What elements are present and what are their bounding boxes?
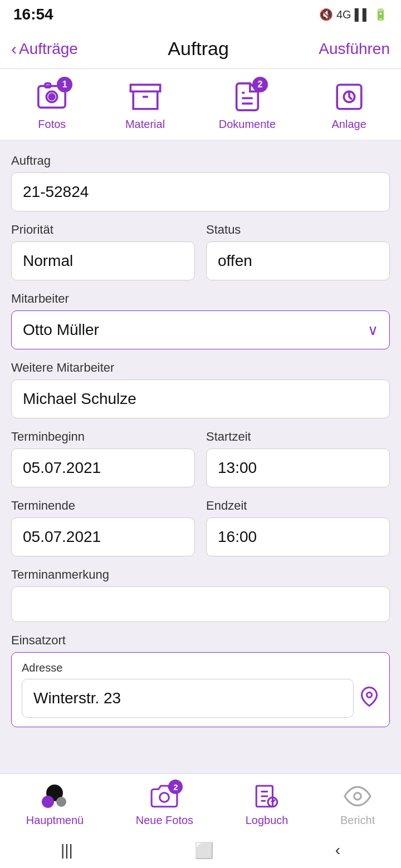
terminbeginn-input[interactable]: 05.07.2021 — [11, 448, 195, 487]
tab-dokumente[interactable]: 2 Dokumente — [219, 80, 276, 131]
neue-fotos-icon-wrap: 2 — [148, 782, 180, 811]
endzeit-value: 16:00 — [218, 528, 257, 545]
weitere-mitarbeiter-input[interactable]: Michael Schulze — [11, 379, 390, 418]
bottom-nav-hauptmenu[interactable]: Hauptmenü — [26, 782, 84, 827]
einsatzort-label: Einsatzort — [11, 633, 390, 648]
tab-material[interactable]: Material — [125, 80, 165, 131]
bericht-icon-wrap — [341, 782, 374, 811]
auftrag-label: Auftrag — [11, 154, 390, 168]
prioritaet-input[interactable]: Normal — [11, 241, 195, 280]
startzeit-field-group: Startzeit 13:00 — [206, 430, 390, 487]
weitere-mitarbeiter-value: Michael Schulze — [23, 390, 136, 407]
circle-left — [42, 796, 54, 808]
back-button[interactable]: ‹ Aufträge — [11, 40, 78, 58]
weitere-mitarbeiter-field-group: Weitere Mitarbeiter Michael Schulze — [11, 361, 390, 418]
terminbeginn-label: Terminbeginn — [11, 430, 195, 444]
startzeit-value: 13:00 — [218, 459, 257, 476]
dokumente-icon-wrap: 2 — [228, 80, 267, 114]
bottom-nav-logbuch[interactable]: Logbuch — [246, 782, 288, 827]
signal-icon: ▌▌ — [355, 8, 370, 21]
anlage-icon — [333, 81, 365, 113]
terminende-input[interactable]: 05.07.2021 — [11, 517, 195, 556]
neue-fotos-label: Neue Fotos — [136, 814, 193, 827]
svg-point-18 — [354, 793, 361, 800]
anlage-icon-wrap — [330, 80, 369, 114]
network-icon: 4G — [336, 8, 351, 21]
logbuch-icon-wrap — [251, 782, 283, 811]
sys-nav-menu-button[interactable]: ||| — [61, 841, 73, 859]
einsatzort-field-group: Einsatzort Adresse Winterstr. 23 — [11, 633, 390, 727]
sys-nav-back-button[interactable]: ‹ — [335, 841, 340, 859]
status-icons: 🔇 4G ▌▌ 🔋 — [319, 8, 388, 21]
tab-anlage[interactable]: Anlage — [330, 80, 369, 131]
startzeit-label: Startzeit — [206, 430, 390, 444]
svg-point-11 — [367, 692, 372, 697]
material-icon — [129, 81, 162, 113]
mitarbeiter-chevron-icon: ∨ — [368, 322, 378, 339]
weitere-mitarbeiter-label: Weitere Mitarbeiter — [11, 361, 390, 375]
terminende-label: Terminende — [11, 499, 195, 513]
adresse-input[interactable]: Winterstr. 23 — [22, 679, 354, 718]
status-input[interactable]: offen — [206, 241, 390, 280]
adresse-label: Adresse — [22, 662, 379, 674]
fotos-label: Fotos — [38, 118, 66, 131]
fotos-badge: 1 — [57, 77, 72, 92]
bottom-nav: Hauptmenü 2 Neue Fotos Logbuch — [0, 773, 401, 832]
mitarbeiter-field-group: Mitarbeiter Otto Müller ∨ — [11, 292, 390, 349]
material-label: Material — [125, 118, 165, 131]
terminbeginn-startzeit-row: Terminbeginn 05.07.2021 Startzeit 13:00 — [11, 430, 390, 487]
dokumente-badge: 2 — [252, 77, 268, 92]
mitarbeiter-label: Mitarbeiter — [11, 292, 390, 306]
back-label: Aufträge — [19, 40, 78, 58]
action-button[interactable]: Ausführen — [319, 40, 390, 58]
bottom-nav-bericht[interactable]: Bericht — [340, 782, 375, 827]
hauptmenu-label: Hauptmenü — [26, 814, 84, 827]
bericht-label: Bericht — [340, 814, 375, 827]
terminbeginn-value: 05.07.2021 — [23, 459, 101, 476]
anlage-label: Anlage — [332, 118, 366, 131]
mute-icon: 🔇 — [319, 8, 333, 21]
page-title: Auftrag — [168, 38, 229, 60]
sys-nav-home-button[interactable]: ⬜ — [194, 841, 214, 860]
endzeit-input[interactable]: 16:00 — [206, 517, 390, 556]
prioritaet-label: Priorität — [11, 223, 195, 237]
endzeit-field-group: Endzeit 16:00 — [206, 499, 390, 556]
status-field-group: Status offen — [206, 223, 390, 280]
terminende-field-group: Terminende 05.07.2021 — [11, 499, 195, 556]
terminanmerkung-field-group: Terminanmerkung — [11, 568, 390, 622]
location-icon — [359, 687, 379, 711]
fotos-icon-wrap: 1 — [32, 80, 71, 114]
battery-icon: 🔋 — [374, 8, 388, 21]
status-label: Status — [206, 223, 390, 237]
neue-fotos-badge: 2 — [168, 780, 183, 794]
adresse-row: Winterstr. 23 — [22, 679, 379, 718]
logbuch-icon — [253, 782, 281, 810]
circle-right — [56, 797, 66, 807]
endzeit-label: Endzeit — [206, 499, 390, 513]
auftrag-input[interactable]: 21-52824 — [11, 172, 390, 211]
prioritaet-value: Normal — [23, 252, 73, 269]
dokumente-label: Dokumente — [219, 118, 276, 131]
terminanmerkung-input[interactable] — [11, 586, 390, 622]
terminende-endzeit-row: Terminende 05.07.2021 Endzeit 16:00 — [11, 499, 390, 556]
bottom-nav-neue-fotos[interactable]: 2 Neue Fotos — [136, 782, 193, 827]
logbuch-label: Logbuch — [246, 814, 288, 827]
auftrag-field-group: Auftrag 21-52824 — [11, 154, 390, 211]
mitarbeiter-value: Otto Müller — [23, 321, 99, 339]
system-nav-bar: ||| ⬜ ‹ — [0, 832, 401, 868]
status-bar: 16:54 🔇 4G ▌▌ 🔋 — [0, 0, 401, 29]
prioritaet-status-row: Priorität Normal Status offen — [11, 223, 390, 280]
status-value: offen — [218, 252, 252, 269]
back-chevron-icon: ‹ — [11, 41, 17, 57]
tab-fotos[interactable]: 1 Fotos — [32, 80, 71, 131]
form-content: Auftrag 21-52824 Priorität Normal Status… — [0, 140, 401, 824]
startzeit-input[interactable]: 13:00 — [206, 448, 390, 487]
svg-rect-4 — [130, 85, 160, 91]
status-time: 16:54 — [13, 6, 53, 23]
material-icon-wrap — [126, 80, 165, 114]
mitarbeiter-input[interactable]: Otto Müller ∨ — [11, 310, 390, 349]
svg-point-2 — [49, 94, 55, 100]
terminbeginn-field-group: Terminbeginn 05.07.2021 — [11, 430, 195, 487]
tab-icons-row: 1 Fotos Material 2 Dokumente — [0, 69, 401, 140]
einsatzort-box[interactable]: Adresse Winterstr. 23 — [11, 652, 390, 727]
